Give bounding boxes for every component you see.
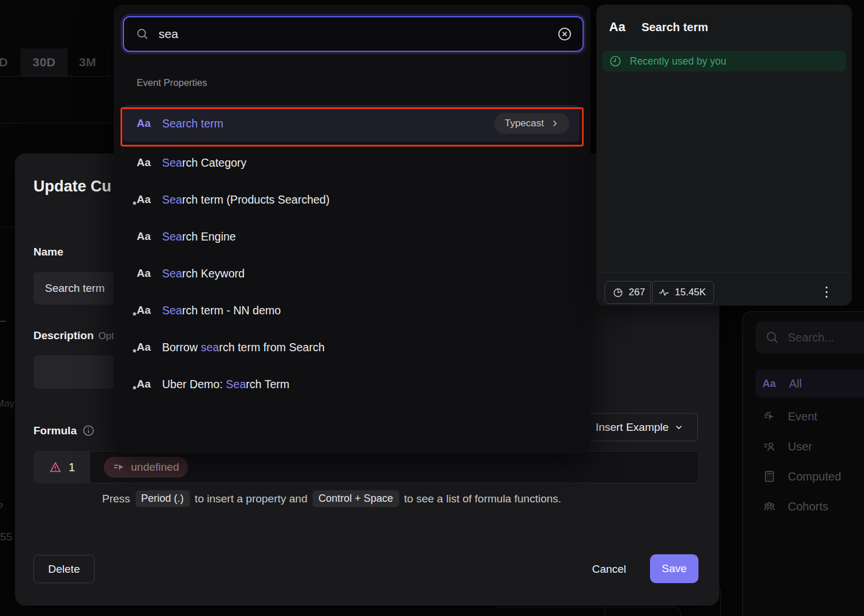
text-property-icon: Aa*	[137, 230, 162, 243]
chevron-right-icon	[551, 119, 559, 127]
result-row-borrow-search-term[interactable]: Aa* Borrow search term from Search	[123, 329, 580, 366]
undefined-chip-label: undefined	[131, 461, 179, 474]
sidebar-item-label: Event	[788, 410, 817, 423]
typecast-label: Typecast	[505, 118, 544, 129]
search-icon	[765, 330, 780, 345]
result-row-search-keyword[interactable]: Aa* Search Keyword	[123, 255, 580, 292]
cancel-button[interactable]: Cancel	[577, 555, 641, 583]
result-row-search-engine[interactable]: Aa* Search Engine	[123, 218, 580, 255]
sidebar-item-cohorts[interactable]: Cohorts	[756, 493, 864, 520]
volume-value: 15.45K	[675, 287, 706, 298]
description-label-text: Description	[33, 329, 94, 341]
result-row-search-term-products[interactable]: Aa* Search term (Products Searched)	[123, 181, 580, 218]
bg-hairline	[0, 123, 114, 123]
bg-gridline	[0, 227, 15, 227]
custom-property-marker: *	[133, 348, 136, 358]
detail-footer: 267 15.45K ⋮	[596, 272, 852, 306]
cardinality-value: 267	[629, 287, 645, 298]
recently-used-label: Recently used by you	[630, 55, 726, 67]
sidebar-item-label: All	[789, 377, 802, 390]
text-property-icon: Aa	[762, 378, 777, 390]
result-row-uber-demo-search-term[interactable]: Aa* Uber Demo: Search Term	[123, 366, 580, 403]
info-icon	[82, 425, 95, 437]
formula-hint: Press Period (.) to insert a property an…	[102, 490, 561, 507]
sidebar-item-event[interactable]: Event	[756, 403, 864, 430]
insert-example-button[interactable]: Insert Example	[581, 413, 698, 441]
name-label: Name	[33, 246, 63, 258]
volume-badge[interactable]: 15.45K	[650, 281, 714, 304]
sidebar-item-computed[interactable]: Computed	[756, 463, 864, 490]
sidebar-item-label: User	[788, 440, 812, 453]
result-row-search-term-nn-demo[interactable]: Aa* Search term - NN demo	[123, 292, 580, 329]
typecast-badge[interactable]: Typecast	[494, 113, 569, 134]
property-search-box[interactable]	[123, 16, 584, 52]
warning-icon	[49, 461, 62, 474]
search-icon	[136, 27, 149, 41]
text-property-icon: Aa	[609, 20, 625, 35]
sidebar-item-label: Computed	[788, 470, 841, 483]
save-button[interactable]: Save	[650, 554, 698, 583]
kbd-period: Period (.)	[136, 490, 190, 507]
chevron-down-icon	[674, 423, 683, 432]
property-detail-panel: Aa Search term Recently used by you 267 …	[596, 5, 852, 306]
custom-property-marker: *	[133, 385, 136, 395]
custom-property-marker: *	[133, 200, 136, 211]
formula-label: Formula	[33, 425, 95, 437]
event-property-icon	[113, 461, 125, 474]
delete-button[interactable]: Delete	[33, 555, 95, 583]
tab-7d[interactable]: D	[0, 48, 10, 76]
custom-text-property-icon: Aa*	[137, 304, 162, 317]
text-property-icon: Aa*	[137, 267, 162, 280]
app-screen: D 30D 3M May e 55 Update Cu Name Descrip…	[0, 0, 864, 616]
insert-example-label: Insert Example	[596, 421, 669, 434]
result-label: Search Engine	[162, 230, 236, 243]
hint-mid: to insert a property and	[195, 493, 307, 505]
time-range-tabbar: D 30D 3M	[0, 48, 114, 77]
result-label: Search term - NN demo	[162, 304, 281, 317]
calculator-icon	[762, 469, 776, 483]
user-icon	[762, 440, 776, 453]
property-search-input[interactable]	[157, 27, 557, 42]
more-options-icon[interactable]: ⋮	[820, 281, 833, 303]
sidebar-item-user[interactable]: User	[756, 433, 864, 460]
formula-error-segment: 1	[34, 452, 90, 483]
custom-text-property-icon: Aa*	[137, 378, 162, 390]
sidebar-item-all[interactable]: Aa All	[756, 370, 864, 397]
custom-text-property-icon: Aa*	[137, 341, 162, 354]
property-type-sidebar: Search... Aa All Event User	[742, 311, 864, 616]
error-count: 1	[69, 461, 75, 474]
clear-search-icon[interactable]	[557, 27, 572, 42]
result-label: Search Category	[162, 156, 246, 170]
recently-used-badge: Recently used by you	[602, 51, 846, 72]
text-property-icon: Aa*	[137, 156, 162, 169]
tab-30d[interactable]: 30D	[21, 48, 67, 76]
detail-title: Search term	[641, 21, 708, 34]
formula-label-text: Formula	[33, 425, 77, 437]
tab-divider	[107, 48, 108, 76]
result-row-search-term[interactable]: Aa* Search term Typecast	[123, 105, 580, 142]
undefined-property-chip[interactable]: undefined	[104, 457, 188, 478]
result-row-search-category[interactable]: Aa* Search Category	[123, 144, 580, 181]
result-label: Uber Demo: Search Term	[162, 378, 290, 391]
modal-title: Update Cu	[33, 178, 111, 196]
tab-3m[interactable]: 3M	[68, 48, 107, 76]
bg-chart-line	[0, 321, 6, 322]
pie-chart-icon	[613, 287, 623, 298]
formula-input[interactable]: 1 undefined	[33, 451, 699, 483]
sidebar-search-box[interactable]: Search...	[756, 321, 864, 354]
result-label: Search term	[162, 117, 223, 130]
activity-icon	[658, 287, 670, 298]
kbd-control-space: Control + Space	[313, 490, 399, 507]
cardinality-badge[interactable]: 267	[604, 281, 653, 304]
bg-axis-label-letter: e	[0, 499, 3, 511]
detail-header: Aa Search term	[609, 20, 708, 35]
text-property-icon: Aa*	[137, 117, 162, 130]
result-label: Search Keyword	[162, 267, 245, 280]
section-label-event-properties: Event Properties	[137, 77, 207, 88]
result-label: Search term (Products Searched)	[162, 193, 329, 206]
clock-icon	[609, 55, 622, 67]
sidebar-item-label: Cohorts	[788, 500, 828, 513]
custom-property-marker: *	[133, 311, 136, 321]
bg-axis-label-number: 55	[0, 531, 12, 543]
event-icon	[762, 410, 776, 423]
